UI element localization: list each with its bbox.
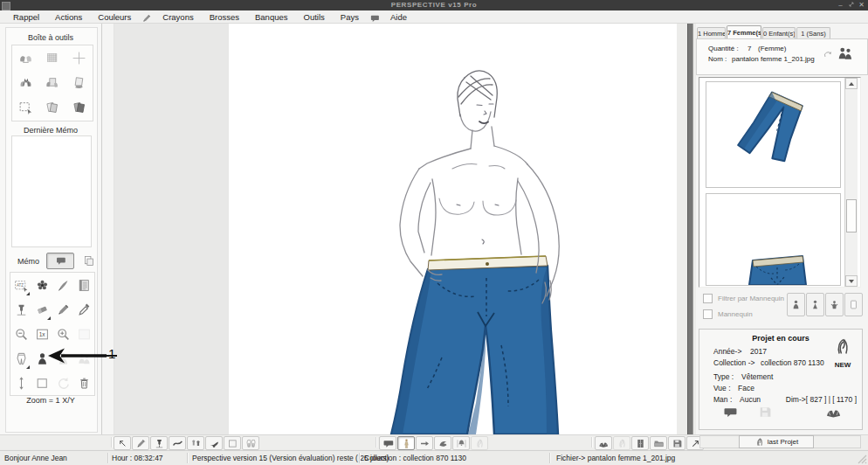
resize-grip-icon[interactable] [856, 453, 867, 464]
speech-dark-toolbar-button[interactable] [379, 436, 396, 450]
hand-point-toolbar-button[interactable] [416, 436, 433, 450]
man-silhouette-filter-button[interactable] [787, 293, 805, 316]
pencil-toolbar-button[interactable] [132, 436, 149, 450]
square-toolbar-button[interactable] [224, 436, 241, 450]
menu-item-crayons[interactable]: Crayons [155, 12, 201, 22]
select-dashed-tool[interactable] [12, 95, 39, 121]
garments-toolbar-button[interactable] [187, 436, 204, 450]
zoom-in-tool[interactable] [52, 322, 73, 346]
quantity-value: 7 [747, 45, 751, 52]
new-project-button[interactable]: NEW [827, 337, 858, 369]
left-tool-panel: Boîte à outils Dernière Mémo Mémo ATZ1x … [0, 24, 102, 434]
project-save-button[interactable] [757, 405, 773, 420]
scroll-down-button[interactable] [845, 275, 858, 287]
woman-silhouette-filter-button[interactable] [806, 293, 824, 316]
menu-item-actions[interactable]: Actions [47, 12, 90, 22]
memo-copy-button[interactable] [83, 255, 94, 267]
cursor-arrow-toolbar-button[interactable] [114, 436, 131, 450]
scrollbar-thumb[interactable] [846, 199, 857, 232]
refresh-icon[interactable] [823, 50, 833, 60]
pants-tool[interactable] [10, 346, 31, 371]
cards-stamp-tool[interactable] [65, 95, 93, 121]
hands-copy-tool[interactable] [39, 71, 66, 96]
hands-grab-icon [18, 51, 33, 66]
project-hands-button[interactable] [820, 403, 848, 420]
title-bar: PERSPECTIVE v15 Pro – ✕ [0, 0, 868, 10]
man-value: Aucun [740, 395, 761, 404]
cards-pick-tool[interactable] [39, 95, 66, 121]
memo-speech-button[interactable] [46, 253, 74, 269]
filter-by-mannequin-checkbox[interactable] [703, 294, 713, 303]
flower-outline-toolbar-button[interactable] [471, 436, 488, 450]
window-title: PERSPECTIVE v15 Pro [0, 0, 868, 10]
folder-toolbar-button[interactable] [650, 436, 667, 450]
wardrobe-toolbar-button[interactable] [631, 436, 649, 450]
swirl-toolbar-button[interactable] [434, 436, 451, 450]
heel-shoe-toolbar-button[interactable] [205, 436, 223, 450]
pencil-tool[interactable] [52, 297, 73, 322]
speech-bubble-icon[interactable] [369, 11, 380, 22]
drawing-canvas[interactable] [229, 24, 677, 434]
mannequin-toolbar-button[interactable] [397, 436, 415, 450]
blank-card-filter-button[interactable] [844, 293, 863, 316]
hand-card-tool[interactable] [65, 71, 93, 96]
menu-item-couleurs[interactable]: Couleurs [90, 12, 139, 22]
child-silhouette-filter-button[interactable] [825, 293, 844, 316]
type-value: Vêtement [741, 372, 773, 381]
menu-item-brosses[interactable]: Brosses [202, 12, 247, 22]
atz-box-tool[interactable]: ATZ [10, 273, 31, 297]
hands-dark-icon [598, 438, 610, 449]
toolbar-separator [591, 437, 593, 448]
bell-box-toolbar-button[interactable] [452, 436, 470, 450]
man-label: Man : [713, 395, 732, 404]
menu-item-pays[interactable]: Pays [333, 12, 367, 22]
grid-tool[interactable] [39, 45, 66, 71]
menu-item-banques[interactable]: Banques [247, 12, 296, 22]
close-button[interactable]: ✕ [857, 1, 866, 10]
v-resize-tool[interactable] [10, 371, 31, 395]
wave-icon [172, 438, 183, 449]
square-tool[interactable] [31, 371, 52, 395]
tab-1-sans-[interactable]: 1 (Sans) [796, 27, 830, 38]
tab-7-femme-s-[interactable]: 7 Femme(s) [727, 25, 761, 38]
floppy-toolbar-button[interactable] [668, 436, 685, 450]
notebook-tool[interactable] [73, 273, 94, 297]
hands-dark-toolbar-button[interactable] [595, 436, 612, 450]
restore-button[interactable] [846, 1, 856, 10]
flower-outline-icon [474, 438, 486, 449]
minimize-button[interactable]: – [836, 1, 845, 10]
quill-pen-tool[interactable] [52, 273, 73, 297]
last-project-button[interactable]: last Projet [739, 435, 814, 448]
scroll-up-button[interactable] [845, 78, 858, 89]
menu-item-rappel[interactable]: Rappel [5, 12, 47, 22]
pencil-icon[interactable] [141, 11, 152, 22]
menu-item-aide[interactable]: Aide [382, 12, 415, 22]
crosshair-tool[interactable] [65, 45, 93, 71]
eyedropper-tool[interactable] [73, 297, 94, 322]
hands-grab-tool[interactable] [12, 45, 39, 71]
menu-item-outils[interactable]: Outils [296, 12, 333, 22]
mannequin-checkbox[interactable] [703, 309, 713, 319]
people-icon[interactable] [837, 45, 854, 62]
thumbnail-jeans-top[interactable] [706, 193, 841, 286]
tab-1-homme-s-[interactable]: 1 Homme(s) [697, 27, 726, 38]
pushpin-dark-toolbar-button[interactable] [150, 436, 168, 450]
thumbnail-jeans-full[interactable] [706, 81, 841, 188]
one-x-tool[interactable]: 1x [31, 322, 52, 346]
flower-outline-toolbar-button[interactable] [613, 436, 630, 450]
atz-box-icon: ATZ [14, 278, 29, 293]
trash-tool[interactable] [73, 371, 94, 395]
wave-toolbar-button[interactable] [169, 436, 186, 450]
flower-stamp-tool[interactable] [31, 273, 52, 297]
panel-splitter[interactable] [687, 24, 693, 434]
eraser-tool[interactable] [31, 297, 52, 322]
pushpin-tool[interactable] [10, 297, 31, 322]
hands-trace-tool[interactable] [12, 71, 39, 96]
zoom-out-tool[interactable] [10, 322, 31, 346]
tab-0-enfant-s-[interactable]: 0 Enfant(s) [762, 27, 796, 38]
project-comment-button[interactable] [719, 405, 741, 420]
pants-pair-toolbar-button[interactable] [242, 436, 259, 450]
thumbnail-list[interactable] [699, 77, 861, 288]
cursor-arrow-icon [117, 438, 128, 449]
thumbnail-scrollbar[interactable] [844, 78, 858, 287]
